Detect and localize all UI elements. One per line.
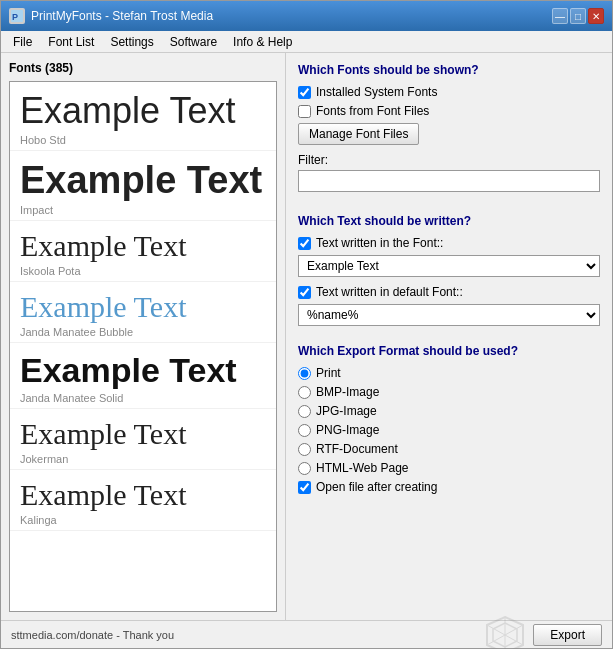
font-files-label: Fonts from Font Files <box>316 104 429 118</box>
font-name-label: Janda Manatee Solid <box>20 392 266 404</box>
main-content: Fonts (385) Example TextHobo StdExample … <box>1 53 612 620</box>
font-sample-text: Example Text <box>20 229 266 263</box>
text-in-font-checkbox[interactable] <box>298 237 311 250</box>
watermark-icon <box>485 615 525 650</box>
font-sample-text: Example Text <box>20 478 266 512</box>
format-label-print: Print <box>316 366 341 380</box>
app-icon: P <box>9 8 25 24</box>
font-files-checkbox[interactable] <box>298 105 311 118</box>
section-fonts-shown: Which Fonts should be shown? Installed S… <box>298 63 600 204</box>
format-row: Print <box>298 366 600 380</box>
installed-fonts-label: Installed System Fonts <box>316 85 437 99</box>
format-radio-html[interactable] <box>298 462 311 475</box>
list-item[interactable]: Example TextJanda Manatee Solid <box>10 343 276 409</box>
menu-settings[interactable]: Settings <box>102 33 161 51</box>
list-item[interactable]: Example TextHobo Std <box>10 82 276 151</box>
menu-file[interactable]: File <box>5 33 40 51</box>
format-label-rtf: RTF-Document <box>316 442 398 456</box>
maximize-button[interactable]: □ <box>570 8 586 24</box>
format-row: BMP-Image <box>298 385 600 399</box>
main-window: P PrintMyFonts - Stefan Trost Media — □ … <box>0 0 613 649</box>
format-radio-bmp[interactable] <box>298 386 311 399</box>
format-row: RTF-Document <box>298 442 600 456</box>
font-name-label: Impact <box>20 204 266 216</box>
menu-info-help[interactable]: Info & Help <box>225 33 300 51</box>
export-button[interactable]: Export <box>533 624 602 646</box>
left-panel: Fonts (385) Example TextHobo StdExample … <box>1 53 286 620</box>
format-radio-png[interactable] <box>298 424 311 437</box>
manage-font-files-button[interactable]: Manage Font Files <box>298 123 419 145</box>
format-label-html: HTML-Web Page <box>316 461 408 475</box>
list-item[interactable]: Example TextIskoola Pota <box>10 221 276 282</box>
installed-fonts-checkbox[interactable] <box>298 86 311 99</box>
format-row: JPG-Image <box>298 404 600 418</box>
list-item[interactable]: Example TextKalinga <box>10 470 276 531</box>
radio-formats-container: PrintBMP-ImageJPG-ImagePNG-ImageRTF-Docu… <box>298 366 600 475</box>
text-in-font-row: Text written in the Font:: <box>298 236 600 250</box>
font-sample-text: Example Text <box>20 90 266 132</box>
format-radio-print[interactable] <box>298 367 311 380</box>
format-label-jpg: JPG-Image <box>316 404 377 418</box>
list-item[interactable]: Example TextImpact <box>10 151 276 221</box>
section1-title: Which Fonts should be shown? <box>298 63 600 77</box>
font-name-label: Hobo Std <box>20 134 266 146</box>
font-list[interactable]: Example TextHobo StdExample TextImpactEx… <box>9 81 277 612</box>
format-radio-rtf[interactable] <box>298 443 311 456</box>
section3-title: Which Export Format should be used? <box>298 344 600 358</box>
font-name-label: Iskoola Pota <box>20 265 266 277</box>
font-sample-text: Example Text <box>20 159 266 202</box>
section2-title: Which Text should be written? <box>298 214 600 228</box>
installed-fonts-row: Installed System Fonts <box>298 85 600 99</box>
format-radio-jpg[interactable] <box>298 405 311 418</box>
title-text: PrintMyFonts - Stefan Trost Media <box>31 9 213 23</box>
text-in-default-label: Text written in default Font:: <box>316 285 463 299</box>
font-name-label: Janda Manatee Bubble <box>20 326 266 338</box>
title-buttons: — □ ✕ <box>552 8 604 24</box>
font-sample-text: Example Text <box>20 417 266 451</box>
title-bar: P PrintMyFonts - Stefan Trost Media — □ … <box>1 1 612 31</box>
text-in-default-checkbox[interactable] <box>298 286 311 299</box>
example-text-dropdown[interactable]: Example Text <box>298 255 600 277</box>
menu-fontlist[interactable]: Font List <box>40 33 102 51</box>
format-row: PNG-Image <box>298 423 600 437</box>
list-item[interactable]: Example TextJanda Manatee Bubble <box>10 282 276 343</box>
filter-input[interactable] <box>298 170 600 192</box>
text-in-font-label: Text written in the Font:: <box>316 236 443 250</box>
minimize-button[interactable]: — <box>552 8 568 24</box>
menu-software[interactable]: Software <box>162 33 225 51</box>
filter-label: Filter: <box>298 153 600 167</box>
font-name-label: Kalinga <box>20 514 266 526</box>
section-text-written: Which Text should be written? Text writt… <box>298 214 600 334</box>
section-export-format: Which Export Format should be used? Prin… <box>298 344 600 494</box>
title-bar-left: P PrintMyFonts - Stefan Trost Media <box>9 8 213 24</box>
close-button[interactable]: ✕ <box>588 8 604 24</box>
status-bar: sttmedia.com/donate - Thank you Export <box>1 620 612 648</box>
font-sample-text: Example Text <box>20 351 266 390</box>
default-text-dropdown[interactable]: %name% <box>298 304 600 326</box>
status-text: sttmedia.com/donate - Thank you <box>11 629 174 641</box>
text-in-default-row: Text written in default Font:: <box>298 285 600 299</box>
right-panel: Which Fonts should be shown? Installed S… <box>286 53 612 620</box>
fonts-count-label: Fonts (385) <box>9 61 277 75</box>
list-item[interactable]: Example TextJokerman <box>10 409 276 470</box>
format-label-png: PNG-Image <box>316 423 379 437</box>
font-sample-text: Example Text <box>20 290 266 324</box>
menu-bar: File Font List Settings Software Info & … <box>1 31 612 53</box>
format-label-bmp: BMP-Image <box>316 385 379 399</box>
svg-text:P: P <box>12 12 18 22</box>
format-row: HTML-Web Page <box>298 461 600 475</box>
font-name-label: Jokerman <box>20 453 266 465</box>
open-file-checkbox[interactable] <box>298 481 311 494</box>
font-files-row: Fonts from Font Files <box>298 104 600 118</box>
open-file-row: Open file after creating <box>298 480 600 494</box>
open-file-label: Open file after creating <box>316 480 437 494</box>
